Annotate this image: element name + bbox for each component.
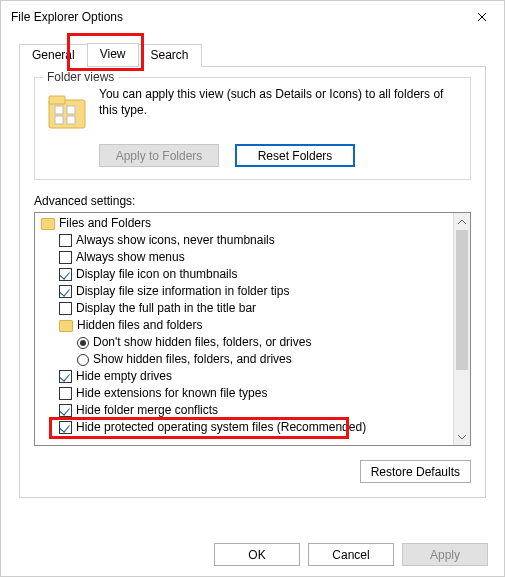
checkbox[interactable] <box>59 302 72 315</box>
tree-content: Files and Folders Always show icons, nev… <box>35 213 453 445</box>
chevron-up-icon <box>458 219 466 225</box>
tab-view[interactable]: View <box>87 43 139 66</box>
tree-label: Display file icon on thumbnails <box>76 266 237 283</box>
tree-label: Hide folder merge conflicts <box>76 402 218 419</box>
content-area: General View Search Folder views You can… <box>1 33 504 498</box>
scroll-down-button[interactable] <box>454 428 470 445</box>
tree-label: Display the full path in the title bar <box>76 300 256 317</box>
tree-item[interactable]: Display file size information in folder … <box>39 283 449 300</box>
folder-views-group: Folder views You can apply this view (su… <box>34 77 471 180</box>
advanced-settings-tree[interactable]: Files and Folders Always show icons, nev… <box>34 212 471 446</box>
tree-item[interactable]: Show hidden files, folders, and drives <box>39 351 449 368</box>
checkbox[interactable] <box>59 421 72 434</box>
button-label: Cancel <box>332 548 369 562</box>
tree-item-hide-extensions[interactable]: Hide extensions for known file types <box>39 385 449 402</box>
svg-rect-3 <box>67 106 75 114</box>
tree-item[interactable]: Display the full path in the title bar <box>39 300 449 317</box>
tree-item[interactable]: Hide folder merge conflicts <box>39 402 449 419</box>
tree-label: Hide empty drives <box>76 368 172 385</box>
svg-rect-2 <box>55 106 63 114</box>
tree-label: Hidden files and folders <box>77 317 202 334</box>
button-label: OK <box>248 548 265 562</box>
scroll-up-button[interactable] <box>454 213 470 230</box>
folder-views-icon <box>45 90 89 134</box>
tree-group: Files and Folders <box>39 215 449 232</box>
checkbox[interactable] <box>59 234 72 247</box>
apply-button: Apply <box>402 543 488 566</box>
checkbox[interactable] <box>59 285 72 298</box>
scrollbar-track[interactable] <box>454 230 470 428</box>
folder-icon <box>41 218 55 230</box>
svg-rect-5 <box>67 116 75 124</box>
tree-label: Files and Folders <box>59 215 151 232</box>
tab-strip: General View Search <box>19 43 486 67</box>
tree-group: Hidden files and folders <box>39 317 449 334</box>
tree-label: Hide extensions for known file types <box>76 385 267 402</box>
ok-button[interactable]: OK <box>214 543 300 566</box>
cancel-button[interactable]: Cancel <box>308 543 394 566</box>
window-title: File Explorer Options <box>11 10 460 24</box>
tab-label: General <box>32 48 75 62</box>
checkbox[interactable] <box>59 251 72 264</box>
tree-item[interactable]: Hide empty drives <box>39 368 449 385</box>
advanced-settings-label: Advanced settings: <box>34 194 471 208</box>
button-label: Reset Folders <box>258 149 333 163</box>
tree-label: Hide protected operating system files (R… <box>76 419 366 436</box>
restore-defaults-button[interactable]: Restore Defaults <box>360 460 471 483</box>
close-icon <box>477 12 487 22</box>
titlebar: File Explorer Options <box>1 1 504 33</box>
svg-rect-4 <box>55 116 63 124</box>
radio[interactable] <box>77 354 89 366</box>
reset-folders-button[interactable]: Reset Folders <box>235 144 355 167</box>
tree-label: Display file size information in folder … <box>76 283 289 300</box>
tab-label: Search <box>151 48 189 62</box>
button-label: Restore Defaults <box>371 465 460 479</box>
apply-to-folders-button: Apply to Folders <box>99 144 219 167</box>
tree-item[interactable]: Display file icon on thumbnails <box>39 266 449 283</box>
tab-general[interactable]: General <box>19 44 88 67</box>
checkbox[interactable] <box>59 387 72 400</box>
folder-icon <box>59 320 73 332</box>
scrollbar-thumb[interactable] <box>456 230 468 370</box>
tree-item[interactable]: Always show icons, never thumbnails <box>39 232 449 249</box>
tab-label: View <box>100 47 126 61</box>
tab-search[interactable]: Search <box>138 44 202 67</box>
svg-rect-1 <box>49 96 65 104</box>
tree-item[interactable]: Hide protected operating system files (R… <box>39 419 449 436</box>
folder-views-text: You can apply this view (such as Details… <box>99 86 460 134</box>
tree-label: Always show icons, never thumbnails <box>76 232 275 249</box>
button-label: Apply to Folders <box>116 149 203 163</box>
dialog-window: File Explorer Options General View Searc… <box>0 0 505 577</box>
tree-label: Always show menus <box>76 249 185 266</box>
tree-label: Don't show hidden files, folders, or dri… <box>93 334 311 351</box>
tab-panel-view: Folder views You can apply this view (su… <box>19 67 486 498</box>
checkbox[interactable] <box>59 404 72 417</box>
close-button[interactable] <box>460 1 504 33</box>
folder-views-legend: Folder views <box>43 70 118 84</box>
dialog-button-row: OK Cancel Apply <box>214 543 488 566</box>
checkbox[interactable] <box>59 370 72 383</box>
tree-label: Show hidden files, folders, and drives <box>93 351 292 368</box>
tree-item[interactable]: Always show menus <box>39 249 449 266</box>
radio[interactable] <box>77 337 89 349</box>
chevron-down-icon <box>458 434 466 440</box>
scrollbar-vertical[interactable] <box>453 213 470 445</box>
button-label: Apply <box>430 548 460 562</box>
tree-item[interactable]: Don't show hidden files, folders, or dri… <box>39 334 449 351</box>
checkbox[interactable] <box>59 268 72 281</box>
